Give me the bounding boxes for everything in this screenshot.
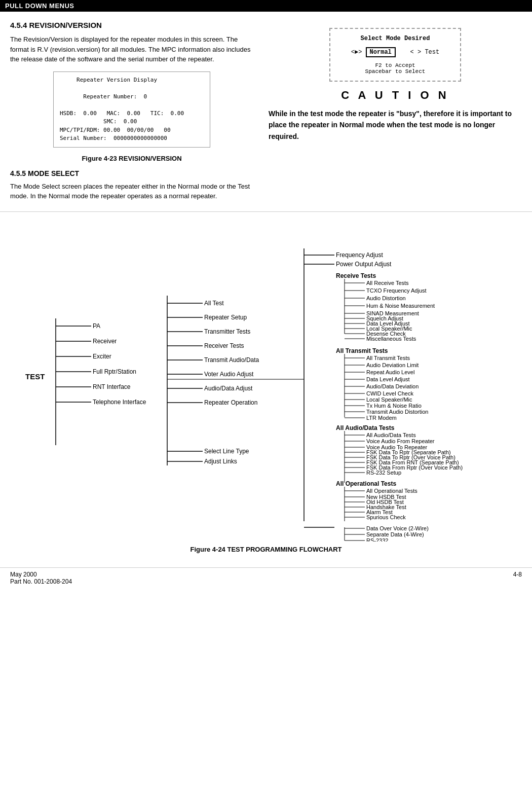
right-audio-dist: Audio Distortion bbox=[366, 295, 406, 301]
footer-date-text: May 2000 bbox=[10, 571, 72, 578]
right-local-spk-2: Local Speaker/Mic bbox=[366, 397, 412, 403]
left-column: 4.5.4 REVISION/VERSION The Revision/Vers… bbox=[0, 12, 263, 211]
section-revision-para1: The Revision/Version is displayed for th… bbox=[10, 34, 253, 64]
mode-select-options: <►> Normal < > Test bbox=[340, 47, 450, 57]
figure-23-content: Repeater Version Display Repeater Number… bbox=[60, 76, 204, 143]
section-mode-para1: The Mode Select screen places the repeat… bbox=[10, 182, 253, 201]
right-sep-data: Separate Data (4-Wire) bbox=[366, 531, 424, 537]
transmit-tests-label: All Transmit Tests bbox=[336, 347, 388, 354]
header-title: PULL DOWN MENUS bbox=[5, 2, 74, 10]
mid-item-transmitter: Transmitter Tests bbox=[204, 328, 250, 335]
mid-item-repopr: Repeater Operation bbox=[204, 399, 257, 406]
footer-part: Part No. 001-2008-204 bbox=[10, 578, 72, 585]
left-item-exciter: Exciter bbox=[93, 353, 111, 360]
right-data-level-2: Data Level Adjust bbox=[366, 376, 410, 382]
footer-date: May 2000 Part No. 001-2008-204 bbox=[10, 571, 72, 585]
right-all-op: All Operational Tests bbox=[366, 488, 417, 494]
right-misc: Miscellaneous Tests bbox=[366, 336, 416, 342]
right-freq-adjust: Frequency Adjust bbox=[336, 251, 383, 259]
right-cwid: CWID Level Check bbox=[366, 390, 413, 397]
test-label: < > Test bbox=[410, 49, 440, 56]
caution-section: C A U T I O N While in the test mode the… bbox=[269, 89, 522, 142]
page-footer: May 2000 Part No. 001-2008-204 4-8 bbox=[0, 567, 532, 588]
right-hum-noise: Hum & Noise Measurement bbox=[366, 303, 435, 309]
figure-23-caption: Figure 4-23 REVISION/VERSION bbox=[10, 155, 253, 162]
mid-item-voter: Voter Audio Adjust bbox=[204, 371, 254, 378]
figure-24-caption: Figure 4-24 TEST PROGRAMMING FLOWCHART bbox=[10, 546, 522, 553]
mid-item-repeatersetup: Repeater Setup bbox=[204, 314, 247, 321]
page-header: PULL DOWN MENUS bbox=[0, 0, 532, 12]
mid-item-audiodata: Audio/Data Adjust bbox=[204, 385, 253, 392]
audio-data-label: All Audio/Data Tests bbox=[336, 424, 395, 431]
page-content: 4.5.4 REVISION/VERSION The Revision/Vers… bbox=[0, 12, 532, 211]
normal-label: Normal bbox=[366, 47, 396, 57]
flowchart-section: TEST PA Receiver Exciter Full Rptr/Stati… bbox=[0, 211, 532, 565]
f2-label: F2 to Accept bbox=[340, 62, 450, 68]
right-voice-from: Voice Audio From Repeater bbox=[366, 438, 435, 444]
right-tcxo: TCXO Frequency Adjust bbox=[366, 287, 427, 294]
test-label: TEST bbox=[25, 372, 45, 381]
right-repeat-audio: Repeat Audio Level bbox=[366, 369, 414, 375]
left-item-tel: Telephone Interface bbox=[93, 399, 146, 406]
flowchart-svg: TEST PA Receiver Exciter Full Rptr/Stati… bbox=[10, 217, 522, 542]
right-rs2332: RS-2332 bbox=[366, 537, 388, 542]
mode-select-title: Select Mode Desired bbox=[340, 35, 450, 42]
mid-item-selectline: Select Line Type bbox=[204, 448, 249, 455]
right-all-transmit: All Transmit Tests bbox=[366, 355, 410, 361]
caution-title: C A U T I O N bbox=[269, 89, 522, 102]
section-mode-heading: 4.5.5 MODE SELECT bbox=[10, 169, 253, 177]
caution-text: While in the test mode the repeater is "… bbox=[269, 108, 522, 142]
right-rs232: RS-232 Setup bbox=[366, 470, 401, 476]
right-tx-audio-dist: Transmit Audio Distortion bbox=[366, 409, 428, 415]
right-all-audio: All Audio/Data Tests bbox=[366, 432, 416, 438]
right-audio-data-dev: Audio/Data Deviation bbox=[366, 383, 419, 389]
section-revision-heading: 4.5.4 REVISION/VERSION bbox=[10, 21, 253, 29]
right-audio-dev-limit: Audio Deviation Limit bbox=[366, 362, 419, 368]
left-item-PA: PA bbox=[93, 322, 100, 330]
normal-arrows: <►> bbox=[351, 49, 366, 56]
mid-item-alltest: All Test bbox=[204, 300, 224, 307]
right-tx-hum: Tx Hum & Noise Ratio bbox=[366, 403, 422, 409]
mid-item-transmitaudio: Transmit Audio/Data bbox=[204, 356, 259, 364]
right-ltr-modem: LTR Modem bbox=[366, 415, 397, 421]
left-item-full: Full Rptr/Station bbox=[93, 368, 136, 375]
mode-select-box: Select Mode Desired <►> Normal < > Test … bbox=[329, 28, 461, 82]
spacebar-label: Spacebar to Select bbox=[340, 68, 450, 75]
mode-select-footer: F2 to Accept Spacebar to Select bbox=[340, 62, 450, 75]
receive-tests-label: Receive Tests bbox=[336, 272, 376, 279]
footer-page: 4-8 bbox=[513, 571, 522, 585]
right-data-over: Data Over Voice (2-Wire) bbox=[366, 525, 429, 531]
right-column: Select Mode Desired <►> Normal < > Test … bbox=[263, 12, 532, 211]
figure-23-box: Repeater Version Display Repeater Number… bbox=[53, 71, 210, 148]
mid-item-adjustlinks: Adjust Links bbox=[204, 458, 237, 465]
left-item-rnt: RNT Interface bbox=[93, 383, 131, 390]
mid-item-receivertests: Receiver Tests bbox=[204, 342, 244, 349]
right-power-adjust: Power Output Adjust bbox=[336, 261, 392, 268]
operational-label: All Operational Tests bbox=[336, 480, 396, 487]
right-all-receive: All Receive Tests bbox=[366, 280, 409, 286]
right-spurious: Spurious Check bbox=[366, 514, 406, 520]
left-item-receiver: Receiver bbox=[93, 338, 117, 345]
